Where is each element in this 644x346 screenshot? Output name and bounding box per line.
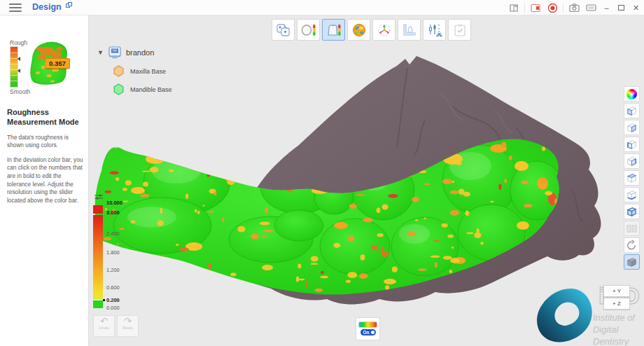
idd-logo-icon [528,276,598,345]
colorbar-overmax-block [93,205,103,214]
model-tree: ▼ brandon Maxilla Base [97,46,172,95]
tree-root-label: brandon [126,48,154,57]
scan-data-icon [108,46,122,59]
undercut-display-button[interactable] [347,19,370,41]
reset-view-button[interactable] [624,237,640,253]
view-top-button[interactable] [624,170,640,186]
tick-0-2[interactable]: 0.200 [106,297,120,303]
roughness-scale [10,47,18,87]
pin-panel-icon[interactable] [66,2,72,8]
tick-0-6: 0.600 [106,284,120,291]
mini-colorbar-icon [359,322,377,327]
axis-plus-z-button[interactable]: + Z [603,298,630,310]
menu-icon[interactable] [9,4,22,12]
help-text-block: Roughness Measurement Mode The data's ro… [7,108,83,211]
tick-0: 0.000 [106,305,120,311]
app-window: Design – ✕ [0,0,644,346]
record-icon[interactable] [546,2,559,13]
mandible-base-mesh [95,139,559,294]
colorbar-inrange-block [93,300,103,308]
history-controls: ↶ Undo ↷ Redo [93,315,139,337]
adjustment-tools-button[interactable] [423,19,446,41]
tick-3[interactable]: 3.000 [106,209,120,216]
toggle-on-pill: On [360,329,376,335]
idd-subtitle: Institute of Digital Dentistry [593,312,644,346]
colorbar-gradient [93,215,103,299]
maximize-button[interactable] [616,2,626,13]
resolution-slider-icon[interactable] [94,193,104,200]
view-left-button[interactable] [624,137,640,152]
view-rail [624,86,640,270]
mode-heading: Roughness Measurement Mode [7,108,83,127]
roughness-value-badge: 0.357 [45,58,70,69]
tree-item-maxilla-base[interactable]: Maxilla Base [113,65,172,77]
scale-marker-lower[interactable] [18,69,20,73]
titlebar: Design – ✕ [0,0,644,15]
titlebar-icons: – ✕ [507,0,641,15]
undo-button[interactable]: ↶ Undo [93,315,115,337]
mode-description-1: The data's roughness is shown using colo… [7,134,83,150]
close-button[interactable]: ✕ [631,2,641,13]
maxilla-hexagon-icon [113,65,125,77]
mode-toolbar [272,19,471,41]
caret-down-icon[interactable]: ▼ [97,49,104,56]
tick-10[interactable]: 10.000 [106,200,122,206]
shaded-view-button[interactable] [624,254,640,270]
mandible-hexagon-icon [113,83,125,95]
tree-item-mandible-base[interactable]: Mandible Base [113,83,172,95]
roughness-measurement-button[interactable] [322,19,345,41]
minimize-button[interactable]: – [601,2,612,13]
data-compare-button[interactable] [272,19,295,41]
measurement-button[interactable] [398,19,421,41]
3d-viewport[interactable]: ▼ brandon Maxilla Base [89,15,644,346]
view-back-button[interactable] [624,120,640,135]
smooth-label: Smooth [10,88,30,95]
help-sidebar: Rough Smooth 0. [0,15,89,346]
capture-panel-icon[interactable] [529,2,542,13]
color-wheel-icon [626,89,637,99]
dental-model-render [89,15,644,346]
color-wheel-button[interactable] [624,86,640,102]
tree-root-brandon[interactable]: ▼ brandon [97,46,172,59]
tick-1-2: 1.200 [106,267,120,273]
colorbar-toggle-button[interactable]: On [356,317,380,340]
screenshot-icon[interactable] [568,2,580,13]
axis-plus-y-button[interactable]: + Y [603,285,630,297]
redo-button[interactable]: ↷ Redo [117,315,139,337]
axis-shortcuts: + Y + Z [603,285,630,310]
view-isometric-button[interactable] [624,204,640,219]
split-view-button[interactable] [624,221,640,236]
view-right-button[interactable] [624,153,640,169]
deviation-display-button[interactable] [297,19,320,41]
view-bottom-button[interactable] [624,187,640,202]
page-title: Design [32,2,62,12]
display-mode-icon[interactable] [584,2,597,13]
scale-marker-upper[interactable] [18,57,20,61]
confirm-button[interactable] [448,19,471,41]
tolerance-marker[interactable] [103,299,105,301]
tick-1-8: 1.800 [106,249,120,256]
set-axis-button[interactable] [372,19,396,41]
view-front-button[interactable] [624,103,640,118]
tick-2-4: 2.400 [106,230,120,237]
maxilla-base-mesh [204,56,601,305]
user-guide-icon[interactable] [507,2,520,13]
mode-description-2: In the deviation color bar, you can clic… [7,156,83,205]
